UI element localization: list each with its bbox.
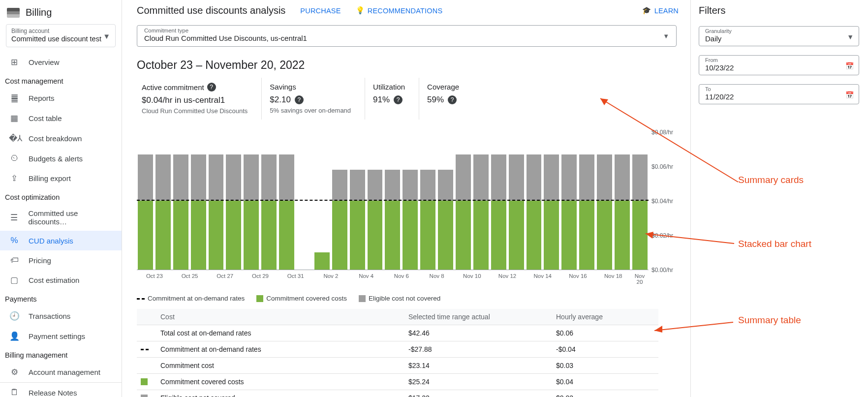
- bar-col: [632, 154, 648, 270]
- section-billing-mgmt: Billing management: [0, 346, 122, 362]
- nav-release-notes[interactable]: 🗒Release Notes: [0, 383, 122, 397]
- date-to-input[interactable]: To 11/20/22 📅: [699, 84, 859, 104]
- bar-col: [350, 170, 365, 270]
- nav-cost-breakdown[interactable]: �⅄Cost breakdown: [0, 128, 122, 149]
- card-active-commitment: Active commitment? $0.04/hr in us-centra…: [137, 78, 262, 120]
- commitment-value: Cloud Run Committed Use Discounts, us-ce…: [144, 34, 669, 42]
- billing-account-selector[interactable]: Billing account Committed use discount t…: [6, 24, 116, 47]
- account-label: Billing account: [11, 28, 110, 34]
- sidebar-header: Billing: [0, 2, 122, 21]
- legend-not-covered: Eligible cost not covered: [359, 295, 440, 302]
- person-icon: 👤: [9, 331, 20, 341]
- sidebar: Billing Billing account Committed use di…: [0, 0, 122, 397]
- nav-overview[interactable]: ⊞Overview: [0, 52, 122, 72]
- help-icon[interactable]: ?: [394, 95, 403, 104]
- nav-cost-table[interactable]: ▦Cost table: [0, 108, 122, 128]
- bar-col: [279, 154, 294, 270]
- nav-pricing[interactable]: 🏷Pricing: [0, 250, 122, 270]
- bar-col: [615, 154, 630, 270]
- nav-payment-settings[interactable]: 👤Payment settings: [0, 326, 122, 346]
- clock-icon: 🕘: [9, 311, 20, 321]
- bar-col: [579, 154, 594, 270]
- bar-col: [332, 170, 347, 270]
- main-header: Committed use discounts analysis PURCHAS…: [122, 0, 690, 20]
- commitment-line: [137, 200, 649, 201]
- page-title: Committed use discounts analysis: [137, 5, 285, 16]
- nav-reports[interactable]: ䷀Reports: [0, 88, 122, 108]
- legend-commit-line: Commitment at on-demand rates: [137, 295, 245, 302]
- bar-col: [244, 154, 259, 270]
- chart-legend: Commitment at on-demand rates Commitment…: [137, 295, 690, 302]
- help-icon[interactable]: ?: [207, 83, 216, 92]
- overview-icon: ⊞: [9, 57, 20, 67]
- chart: $0.00/hr$0.02/hr$0.04/hr$0.06/hr$0.08/hr…: [137, 132, 683, 285]
- card-savings: Savings $2.10? 5% savings over on-demand: [262, 78, 365, 120]
- tag-icon: 🏷: [9, 255, 20, 265]
- nav-cost-estimation[interactable]: ▢Cost estimation: [0, 270, 122, 290]
- bar-col: [509, 154, 524, 270]
- bar-col: [491, 154, 506, 270]
- nav-cuds[interactable]: ☰Committed use discounts…: [0, 204, 122, 231]
- bar-col: [138, 154, 153, 270]
- summary-table: Cost Selected time range actual Hourly a…: [137, 309, 658, 397]
- stacked-bar-chart: [137, 132, 649, 270]
- help-icon[interactable]: ?: [295, 95, 304, 104]
- table-row: Eligible cost not covered$17.22$0.02: [137, 390, 658, 397]
- bar-col: [314, 252, 330, 270]
- commitment-label: Commitment type: [144, 28, 669, 33]
- account-value: Committed use discount test: [11, 35, 110, 43]
- table-icon: ▦: [9, 113, 20, 123]
- main-content: Committed use discounts analysis PURCHAS…: [122, 0, 691, 397]
- calc-icon: ▢: [9, 275, 20, 285]
- nav-transactions[interactable]: 🕘Transactions: [0, 306, 122, 326]
- bar-col: [544, 154, 559, 270]
- gear-icon: ⚙: [9, 367, 20, 377]
- calendar-icon: 📅: [845, 61, 854, 69]
- summary-cards: Active commitment? $0.04/hr in us-centra…: [137, 78, 678, 120]
- nav-account-mgmt[interactable]: ⚙Account management: [0, 362, 122, 382]
- percent-icon: %: [9, 236, 20, 245]
- nav-cud-analysis[interactable]: %CUD analysis: [0, 231, 122, 250]
- bar-col: [561, 154, 577, 270]
- bar-col: [261, 154, 277, 270]
- bar-col: [209, 154, 224, 270]
- section-payments: Payments: [0, 290, 122, 306]
- bar-col: [456, 154, 471, 270]
- caret-down-icon: ▼: [663, 32, 669, 40]
- table-row: Total cost at on-demand rates$42.46$0.06: [137, 325, 658, 341]
- legend-covered: Commitment covered costs: [256, 295, 347, 302]
- commitment-type-select[interactable]: Commitment type Cloud Run Committed Use …: [137, 25, 677, 47]
- table-header: Cost Selected time range actual Hourly a…: [137, 309, 658, 325]
- card-sub: Cloud Run Committed Use Discounts: [142, 107, 248, 115]
- card-utilization: Utilization 91%?: [365, 78, 419, 120]
- bar-col: [597, 154, 612, 270]
- filters-panel: Filters Granularity Daily ▼ From 10/23/2…: [691, 0, 868, 397]
- section-cost-management: Cost management: [0, 72, 122, 88]
- calendar-icon: 📅: [845, 91, 854, 98]
- bar-col: [191, 154, 206, 270]
- learn-icon: 🎓: [642, 6, 651, 15]
- bar-col: [527, 154, 542, 270]
- bar-col: [438, 170, 453, 270]
- bar-col: [226, 154, 241, 270]
- bar-col: [173, 154, 188, 270]
- app-title: Billing: [26, 7, 52, 18]
- table-row: Commitment covered costs$25.24$0.04: [137, 373, 658, 390]
- recommendations-button[interactable]: 💡 RECOMMENDATIONS: [356, 6, 443, 15]
- help-icon[interactable]: ?: [448, 95, 457, 104]
- budgets-icon: ⏲: [9, 153, 20, 163]
- learn-button[interactable]: 🎓 LEARN: [642, 6, 679, 15]
- nav-budgets[interactable]: ⏲Budgets & alerts: [0, 149, 122, 168]
- list-icon: ☰: [9, 213, 20, 223]
- card-coverage: Coverage 59%?: [419, 78, 473, 120]
- purchase-button[interactable]: PURCHASE: [300, 7, 341, 15]
- table-row: Commitment cost$23.14$0.03: [137, 357, 658, 373]
- date-from-input[interactable]: From 10/23/22 📅: [699, 55, 859, 75]
- bar-col: [420, 170, 435, 270]
- bar-col: [403, 170, 418, 270]
- breakdown-icon: �⅄: [9, 133, 20, 144]
- granularity-select[interactable]: Granularity Daily ▼: [699, 26, 859, 46]
- nav-billing-export[interactable]: ⇪Billing export: [0, 168, 122, 188]
- x-axis: Oct 23Oct 25Oct 27Oct 29Oct 31Nov 2Nov 4…: [137, 273, 649, 285]
- bar-col: [473, 154, 489, 270]
